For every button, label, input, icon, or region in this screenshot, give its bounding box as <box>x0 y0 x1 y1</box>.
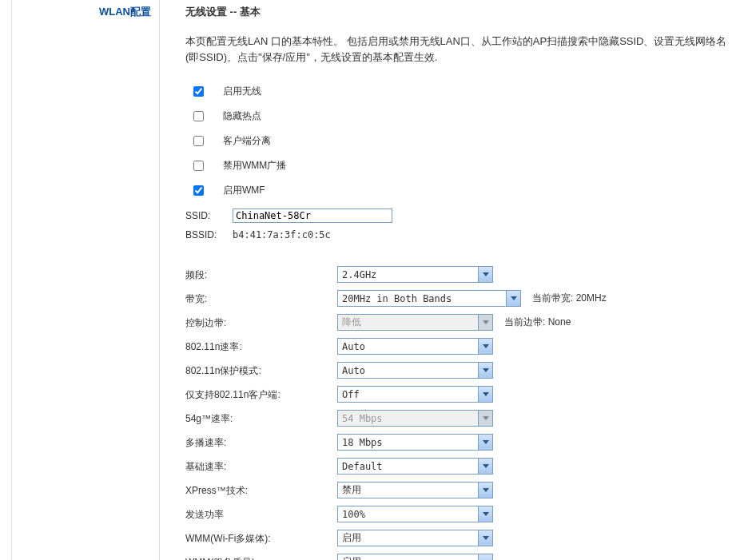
chevron-down-icon <box>478 315 492 330</box>
chevron-down-icon <box>506 291 520 306</box>
only-n-value: Off <box>338 389 478 400</box>
prot-n-label: 802.11n保护模式: <box>185 363 337 378</box>
enable-wifi-label: 启用无线 <box>223 85 261 98</box>
chevron-down-icon <box>478 363 492 378</box>
enable-wifi-checkbox[interactable] <box>193 86 204 97</box>
chevron-down-icon <box>478 411 492 426</box>
row-band: 频段: 2.4GHz <box>185 266 732 283</box>
chevron-down-icon <box>478 435 492 450</box>
client-iso-label: 客户端分离 <box>223 134 271 148</box>
page-title: 无线设置 -- 基本 <box>185 5 732 19</box>
bw-current: 当前带宽: 20MHz <box>532 292 607 305</box>
bssid-label: BSSID: <box>185 229 233 240</box>
chevron-down-icon <box>478 459 492 474</box>
sidebar-item-label: WLAN配置 <box>99 6 151 18</box>
xpress-select[interactable]: 禁用 <box>337 482 493 498</box>
row-wmm-media: WMM(Wi-Fi多媒体): 启用 <box>185 530 732 546</box>
basic-select[interactable]: Default <box>337 458 493 475</box>
chevron-down-icon <box>478 483 492 498</box>
sideband-current: 当前边带: None <box>504 316 571 329</box>
main-content: 无线设置 -- 基本 本页配置无线LAN 口的基本特性。 包括启用或禁用无线LA… <box>160 0 748 560</box>
chevron-down-icon <box>478 554 492 560</box>
chevron-down-icon <box>478 267 492 282</box>
hide-ap-checkbox[interactable] <box>193 111 204 121</box>
row-disable-wmm-bc: 禁用WMM广播 <box>185 159 732 173</box>
band-label: 频段: <box>185 267 337 282</box>
rate-n-value: Auto <box>338 341 478 352</box>
svg-marker-6 <box>483 416 489 420</box>
multicast-value: 18 Mbps <box>338 437 478 448</box>
wmm-qos-select[interactable]: 启用 <box>337 554 493 560</box>
row-rate-54g: 54g™速率: 54 Mbps <box>185 410 732 427</box>
page-description: 本页配置无线LAN 口的基本特性。 包括启用或禁用无线LAN口、从工作站的AP扫… <box>185 34 732 66</box>
only-n-label: 仅支持802.11n客户端: <box>185 387 337 402</box>
chevron-down-icon <box>478 530 492 546</box>
prot-n-value: Auto <box>338 365 478 376</box>
svg-marker-11 <box>483 536 489 540</box>
client-iso-checkbox[interactable] <box>193 136 204 146</box>
svg-marker-2 <box>483 320 489 324</box>
rate-54g-label: 54g™速率: <box>185 411 337 426</box>
wmm-media-label: WMM(Wi-Fi多媒体): <box>185 530 337 546</box>
svg-marker-10 <box>483 512 489 516</box>
row-hide-ap: 隐藏热点 <box>185 109 732 123</box>
svg-marker-5 <box>483 392 489 396</box>
row-multicast: 多播速率: 18 Mbps <box>185 434 732 451</box>
wmm-qos-value: 启用 <box>338 555 478 560</box>
only-n-select[interactable]: Off <box>337 386 493 403</box>
sideband-label: 控制边带: <box>185 315 337 330</box>
txpower-label: 发送功率 <box>185 506 337 522</box>
rate-n-label: 802.11n速率: <box>185 339 337 354</box>
txpower-value: 100% <box>338 509 478 520</box>
disable-wmm-bc-label: 禁用WMM广播 <box>223 159 286 173</box>
rate-n-select[interactable]: Auto <box>337 338 493 355</box>
bw-label: 带宽: <box>185 291 337 306</box>
band-value: 2.4GHz <box>338 269 478 280</box>
row-wmm-qos: WMM(服务质量): 启用 <box>185 554 732 560</box>
bw-value: 20MHz in Both Bands <box>338 293 506 304</box>
row-basic: 基础速率: Default <box>185 458 732 475</box>
svg-marker-3 <box>483 344 489 348</box>
hide-ap-label: 隐藏热点 <box>223 109 261 123</box>
enable-wmf-label: 启用WMF <box>223 184 265 197</box>
row-xpress: XPress™技术: 禁用 <box>185 482 732 498</box>
svg-marker-4 <box>483 368 489 372</box>
svg-marker-9 <box>483 488 489 492</box>
multicast-label: 多播速率: <box>185 435 337 450</box>
sideband-value: 降低 <box>338 316 478 329</box>
chevron-down-icon <box>478 339 492 354</box>
row-txpower: 发送功率 100% <box>185 506 732 522</box>
row-only-n: 仅支持802.11n客户端: Off <box>185 386 732 403</box>
svg-marker-8 <box>483 464 489 468</box>
basic-label: 基础速率: <box>185 459 337 474</box>
rate-54g-select: 54 Mbps <box>337 410 493 427</box>
rate-54g-value: 54 Mbps <box>338 413 478 424</box>
svg-marker-1 <box>511 296 517 300</box>
disable-wmm-bc-checkbox[interactable] <box>193 161 204 171</box>
row-client-iso: 客户端分离 <box>185 134 732 148</box>
prot-n-select[interactable]: Auto <box>337 362 493 379</box>
row-bandwidth: 带宽: 20MHz in Both Bands 当前带宽: 20MHz <box>185 290 732 307</box>
enable-wmf-checkbox[interactable] <box>193 185 204 196</box>
band-select[interactable]: 2.4GHz <box>337 266 493 283</box>
row-enable-wmf: 启用WMF <box>185 184 732 197</box>
txpower-select[interactable]: 100% <box>337 506 493 522</box>
xpress-label: XPress™技术: <box>185 483 337 498</box>
bssid-value: b4:41:7a:3f:c0:5c <box>233 229 331 240</box>
wmm-media-select[interactable]: 启用 <box>337 530 493 546</box>
ssid-input[interactable] <box>233 209 392 223</box>
multicast-select[interactable]: 18 Mbps <box>337 434 493 451</box>
wmm-media-value: 启用 <box>338 531 478 545</box>
svg-marker-7 <box>483 440 489 444</box>
basic-value: Default <box>338 461 478 472</box>
row-rate-n: 802.11n速率: Auto <box>185 338 732 355</box>
sidebar-item-wlan[interactable]: WLAN配置 <box>12 2 159 24</box>
bw-select[interactable]: 20MHz in Both Bands <box>337 290 521 307</box>
chevron-down-icon <box>478 387 492 402</box>
row-bssid: BSSID: b4:41:7a:3f:c0:5c <box>185 229 732 240</box>
row-prot-n: 802.11n保护模式: Auto <box>185 362 732 379</box>
row-ssid: SSID: <box>185 209 732 223</box>
svg-marker-0 <box>483 272 489 276</box>
chevron-down-icon <box>478 506 492 522</box>
row-enable-wifi: 启用无线 <box>185 85 732 98</box>
